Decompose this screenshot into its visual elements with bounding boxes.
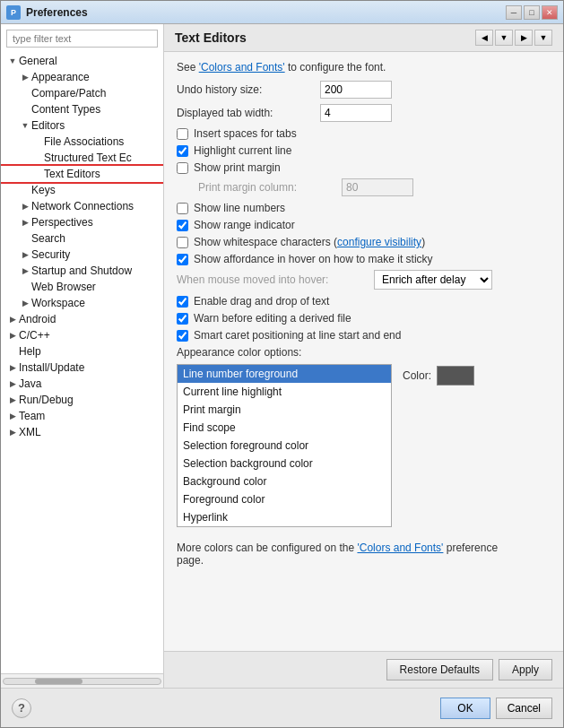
color-swatch-label: Color: (403, 369, 431, 382)
color-swatch-container: Color: (403, 366, 474, 386)
color-item-find-scope[interactable]: Find scope (178, 419, 391, 437)
insert-spaces-label: Insert spaces for tabs (194, 127, 297, 140)
scroll-thumb (35, 679, 82, 684)
sidebar-item-general[interactable]: General (1, 53, 163, 69)
print-margin-row: Show print margin (177, 161, 551, 174)
color-item-fg[interactable]: Foreground color (178, 490, 391, 508)
range-indicator-label: Show range indicator (194, 219, 295, 231)
expand-arrow-perspectives (19, 216, 31, 229)
nav-forward-dropdown[interactable]: ▼ (534, 30, 552, 46)
color-item-hyperlink[interactable]: Hyperlink (178, 508, 391, 526)
smart-caret-checkbox[interactable] (177, 330, 188, 342)
sidebar-item-structured-text[interactable]: Structured Text Ec (1, 150, 163, 166)
color-item-print-margin[interactable]: Print margin (178, 401, 391, 419)
hover-dropdown[interactable]: Enrich after delay Enrich immediately Ne… (374, 270, 492, 290)
ok-button[interactable]: OK (440, 698, 490, 719)
colors-fonts-link[interactable]: 'Colors and Fonts' (199, 61, 285, 74)
panel-content: See 'Colors and Fonts' to configure the … (164, 52, 563, 651)
nav-forward-button[interactable]: ▶ (515, 30, 533, 46)
undo-label: Undo history size: (177, 83, 320, 96)
show-print-margin-checkbox[interactable] (177, 162, 188, 174)
footer-colors-fonts-link[interactable]: 'Colors and Fonts' (357, 542, 443, 554)
print-margin-column-row: Print margin column: (177, 178, 551, 196)
show-line-numbers-label: Show line numbers (194, 202, 285, 214)
nav-back-button[interactable]: ◀ (475, 30, 493, 46)
expand-arrow-install (6, 361, 19, 374)
smart-caret-label: Smart caret positioning at line start an… (194, 329, 401, 342)
sidebar-item-team[interactable]: Team (1, 408, 163, 424)
sidebar-scrollbar[interactable] (1, 673, 163, 688)
sidebar-item-xml[interactable]: XML (1, 424, 163, 440)
color-list: Line number foreground Current line high… (177, 364, 392, 527)
sidebar-item-help[interactable]: Help (1, 343, 163, 360)
whitespace-checkbox[interactable] (177, 237, 188, 248)
sidebar-item-file-associations[interactable]: File Associations (1, 134, 163, 150)
sidebar-item-appearance[interactable]: Appearance (1, 69, 163, 85)
affordance-row: Show affordance in hover on how to make … (177, 253, 551, 265)
drag-drop-checkbox[interactable] (177, 296, 188, 308)
minimize-button[interactable]: ─ (506, 5, 522, 20)
restore-defaults-button[interactable]: Restore Defaults (386, 659, 493, 680)
warn-editing-row: Warn before editing a derived file (177, 312, 551, 325)
affordance-checkbox[interactable] (177, 254, 188, 265)
content-area: General Appearance Compare/Patch Content… (1, 24, 563, 688)
filter-input[interactable] (6, 30, 158, 48)
main-panel: Text Editors ◀ ▼ ▶ ▼ See 'Colors and Fon… (164, 24, 563, 688)
sidebar-item-security[interactable]: Security (1, 247, 163, 263)
sidebar-item-perspectives[interactable]: Perspectives (1, 214, 163, 230)
show-print-margin-label: Show print margin (194, 161, 281, 174)
range-indicator-checkbox[interactable] (177, 220, 188, 231)
color-item-sel-bg[interactable]: Selection background color (178, 455, 391, 472)
undo-history-row: Undo history size: (177, 81, 551, 99)
warn-editing-checkbox[interactable] (177, 313, 188, 325)
sidebar-item-search[interactable]: Search (1, 230, 163, 247)
cancel-button[interactable]: Cancel (496, 698, 552, 719)
expand-arrow-java (6, 377, 19, 390)
apply-button[interactable]: Apply (499, 659, 552, 680)
color-item-current-line[interactable]: Current line highlight (178, 383, 391, 401)
maximize-button[interactable]: □ (524, 5, 540, 20)
color-swatch[interactable] (437, 366, 474, 386)
expand-arrow-android (6, 313, 19, 325)
drag-drop-row: Enable drag and drop of text (177, 295, 551, 308)
sidebar-item-compare-patch[interactable]: Compare/Patch (1, 85, 163, 101)
sidebar-item-android[interactable]: Android (1, 311, 163, 327)
sidebar-item-web-browser[interactable]: Web Browser (1, 279, 163, 295)
print-margin-column-label: Print margin column: (198, 181, 342, 194)
sidebar-item-cpp[interactable]: C/C++ (1, 327, 163, 343)
close-button[interactable]: ✕ (542, 5, 558, 20)
sidebar-item-install[interactable]: Install/Update (1, 360, 163, 376)
scroll-track (3, 678, 161, 685)
sidebar-item-java[interactable]: Java (1, 376, 163, 392)
expand-arrow-run-debug (6, 394, 19, 406)
print-margin-input[interactable] (342, 178, 413, 196)
sidebar-item-workspace[interactable]: Workspace (1, 295, 163, 311)
drag-drop-label: Enable drag and drop of text (194, 295, 329, 308)
sidebar-item-run-debug[interactable]: Run/Debug (1, 392, 163, 408)
highlight-line-checkbox[interactable] (177, 145, 188, 157)
color-item-sel-fg[interactable]: Selection foreground color (178, 437, 391, 455)
insert-spaces-checkbox[interactable] (177, 128, 188, 140)
sidebar-item-keys[interactable]: Keys (1, 182, 163, 198)
color-item-line-number[interactable]: Line number foreground (178, 365, 391, 383)
nav-dropdown-button[interactable]: ▼ (495, 30, 513, 46)
sidebar-item-startup[interactable]: Startup and Shutdow (1, 263, 163, 279)
sidebar-item-editors[interactable]: Editors (1, 117, 163, 134)
configure-visibility-link[interactable]: configure visibility (337, 236, 421, 248)
warn-editing-label: Warn before editing a derived file (194, 312, 351, 325)
color-item-bg[interactable]: Background color (178, 472, 391, 490)
help-icon[interactable]: ? (12, 698, 31, 718)
sidebar-item-network[interactable]: Network Connections (1, 198, 163, 214)
expand-arrow-appearance (19, 71, 31, 83)
show-line-numbers-checkbox[interactable] (177, 203, 188, 214)
sidebar-item-content-types[interactable]: Content Types (1, 101, 163, 117)
font-description: See 'Colors and Fonts' to configure the … (177, 61, 551, 74)
expand-arrow-startup (19, 264, 31, 277)
title-controls: ─ □ ✕ (506, 5, 558, 20)
tab-width-input[interactable] (320, 104, 392, 122)
bottom-buttons: OK Cancel (440, 698, 552, 719)
undo-input[interactable] (320, 81, 392, 99)
highlight-line-row: Highlight current line (177, 144, 551, 157)
sidebar-item-text-editors[interactable]: Text Editors (1, 166, 163, 182)
tab-width-row: Displayed tab width: (177, 104, 551, 122)
